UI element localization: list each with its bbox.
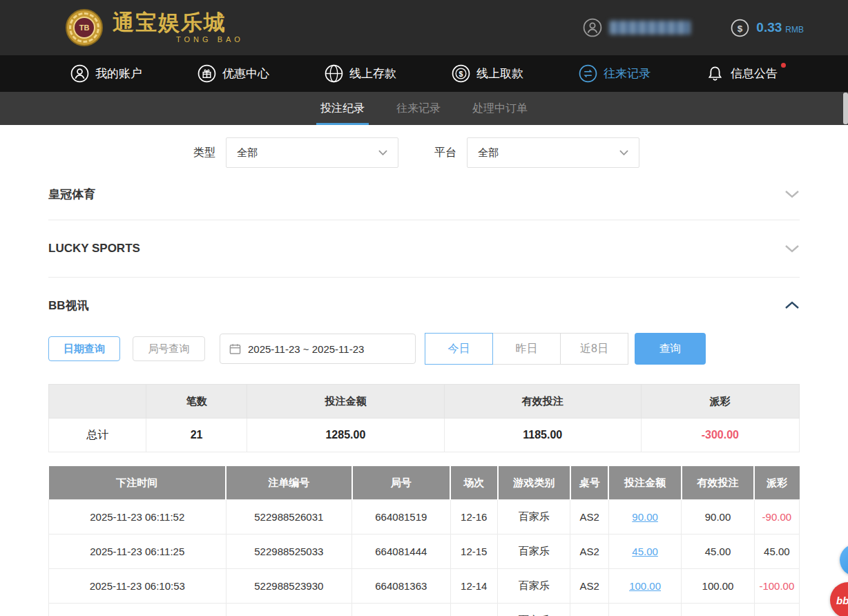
valid-bet: 45.00 bbox=[682, 535, 754, 569]
col-valid-bet: 有效投注 bbox=[682, 466, 754, 500]
col-bet-time: 下注时间 bbox=[49, 466, 227, 500]
detail-header-row: 下注时间 注单编号 局号 场次 游戏类别 桌号 投注金额 有效投注 派彩 bbox=[49, 466, 800, 500]
balance-amount: 0.33 bbox=[756, 20, 782, 35]
platform-select[interactable]: 全部 bbox=[467, 137, 639, 168]
record-subtabs: 投注纪录 往来记录 处理中订单 bbox=[0, 92, 848, 125]
bet-amount-link[interactable]: 100.00 bbox=[629, 580, 661, 592]
bet-detail-table: 下注时间 注单编号 局号 场次 游戏类别 桌号 投注金额 有效投注 派彩 202… bbox=[48, 466, 800, 616]
round-number: 664081363 bbox=[352, 569, 450, 604]
tab-pending-orders[interactable]: 处理中订单 bbox=[472, 92, 528, 125]
nav-item-promotions[interactable]: 优惠中心 bbox=[197, 64, 269, 83]
round-query-button[interactable]: 局号查询 bbox=[133, 336, 205, 361]
total-label: 总计 bbox=[49, 418, 146, 452]
table-row: 2025-11-23 06:10:19 522988522852 6640812… bbox=[49, 604, 800, 616]
poker-chip-icon: TB bbox=[66, 9, 103, 46]
chevron-down-icon bbox=[784, 244, 800, 253]
bet-time: 2025-11-23 06:11:25 bbox=[49, 535, 227, 569]
filter-row: 类型 全部 平台 全部 bbox=[48, 137, 800, 169]
chevron-up-icon bbox=[784, 301, 800, 309]
game-type: 百家乐 bbox=[498, 500, 570, 535]
balance-currency: RMB bbox=[785, 25, 804, 35]
nav-item-withdraw[interactable]: $ 线上取款 bbox=[452, 64, 523, 83]
search-button[interactable]: 查询 bbox=[635, 333, 706, 365]
section-title: 皇冠体育 bbox=[48, 186, 95, 202]
session: 12-14 bbox=[450, 569, 497, 604]
top-header: TB 通宝娱乐城 TONG BAO $ 0.33 RMB bbox=[0, 0, 848, 55]
yesterday-button[interactable]: 昨日 bbox=[492, 333, 561, 365]
bet-amount-link[interactable]: 45.00 bbox=[632, 546, 658, 557]
game-type: 百家乐 bbox=[498, 569, 570, 604]
bet-time: 2025-11-23 06:11:52 bbox=[49, 500, 227, 535]
session: 12-16 bbox=[450, 500, 497, 535]
nav-label: 信息公告 bbox=[731, 66, 778, 81]
col-bet-amount: 投注金额 bbox=[608, 466, 681, 500]
user-avatar-icon bbox=[583, 18, 602, 37]
summary-header-row: 笔数 投注金额 有效投注 派彩 bbox=[49, 385, 800, 418]
tab-transaction-records[interactable]: 往来记录 bbox=[396, 92, 441, 125]
game-type: 百家乐 bbox=[498, 535, 570, 569]
user-icon bbox=[70, 64, 89, 83]
table-number: AS2 bbox=[570, 569, 608, 604]
today-button[interactable]: 今日 bbox=[425, 333, 493, 365]
notification-dot bbox=[781, 63, 786, 68]
type-select-value: 全部 bbox=[237, 146, 258, 160]
col-round-number: 局号 bbox=[352, 466, 450, 500]
nav-item-records[interactable]: 往来记录 bbox=[579, 64, 651, 83]
brand-name: 通宝娱乐城 bbox=[113, 12, 244, 33]
table-row: 2025-11-23 06:11:52 522988526031 6640815… bbox=[49, 500, 800, 535]
section-title: LUCKY SPORTS bbox=[48, 242, 140, 256]
withdraw-icon: $ bbox=[452, 64, 470, 83]
username-redacted[interactable] bbox=[609, 21, 691, 35]
valid-bet: 100.00 bbox=[682, 604, 754, 616]
brand-subtitle: TONG BAO bbox=[113, 35, 244, 44]
col-order-number: 注单编号 bbox=[226, 466, 352, 500]
table-row: 2025-11-23 06:10:53 522988523930 6640813… bbox=[49, 569, 800, 604]
bet-time: 2025-11-23 06:10:53 bbox=[49, 569, 227, 604]
chip-monogram: TB bbox=[73, 17, 95, 39]
tab-bet-records[interactable]: 投注纪录 bbox=[320, 92, 365, 125]
section-title: BB视讯 bbox=[48, 298, 89, 314]
total-count: 21 bbox=[146, 418, 247, 452]
quick-range-group: 今日 昨日 近8日 bbox=[425, 333, 628, 365]
nav-label: 线上存款 bbox=[349, 66, 396, 81]
table-number: AS2 bbox=[570, 500, 608, 535]
summary-header-valid-bet: 有效投注 bbox=[444, 385, 641, 418]
order-number: 522988526031 bbox=[226, 500, 352, 535]
chevron-down-icon bbox=[378, 150, 387, 155]
order-number: 522988522852 bbox=[226, 604, 352, 616]
section-crown-sports[interactable]: 皇冠体育 bbox=[48, 169, 800, 220]
section-bb-video[interactable]: BB视讯 bbox=[48, 278, 800, 333]
nav-item-deposit[interactable]: 线上存款 bbox=[325, 64, 396, 83]
game-type: 百家乐 bbox=[498, 604, 570, 616]
type-select[interactable]: 全部 bbox=[226, 137, 398, 168]
recent-8-days-button[interactable]: 近8日 bbox=[560, 333, 628, 365]
summary-header-count: 笔数 bbox=[146, 385, 247, 418]
chevron-down-icon bbox=[619, 150, 628, 155]
type-filter-label: 类型 bbox=[193, 146, 215, 160]
nav-label: 往来记录 bbox=[604, 66, 651, 81]
svg-text:$: $ bbox=[459, 70, 463, 78]
balance-dollar-icon: $ bbox=[731, 19, 749, 37]
bet-time: 2025-11-23 06:10:19 bbox=[49, 604, 227, 616]
col-session: 场次 bbox=[450, 466, 497, 500]
nav-label: 我的账户 bbox=[95, 66, 142, 81]
nav-label: 优惠中心 bbox=[222, 66, 269, 81]
section-lucky-sports[interactable]: LUCKY SPORTS bbox=[48, 220, 800, 278]
date-range-input[interactable]: 2025-11-23 ~ 2025-11-23 bbox=[220, 334, 416, 364]
nav-item-my-account[interactable]: 我的账户 bbox=[70, 64, 142, 83]
svg-text:$: $ bbox=[738, 23, 743, 33]
brand-text: 通宝娱乐城 TONG BAO bbox=[113, 12, 244, 44]
scrollbar-thumb[interactable] bbox=[843, 93, 848, 124]
bet-amount-link[interactable]: 90.00 bbox=[632, 511, 658, 523]
date-query-button[interactable]: 日期查询 bbox=[48, 336, 120, 361]
round-number: 664081519 bbox=[352, 500, 450, 535]
col-table-number: 桌号 bbox=[570, 466, 608, 500]
summary-total-row: 总计 21 1285.00 1185.00 -300.00 bbox=[49, 418, 800, 452]
calendar-icon bbox=[229, 343, 241, 355]
deposit-icon bbox=[325, 64, 343, 83]
order-number: 522988523930 bbox=[226, 569, 352, 604]
payout: -90.00 bbox=[754, 500, 799, 535]
brand-logo[interactable]: TB 通宝娱乐城 TONG BAO bbox=[66, 9, 244, 46]
nav-item-announcements[interactable]: 信息公告 bbox=[706, 64, 778, 83]
chevron-down-icon bbox=[784, 190, 800, 198]
